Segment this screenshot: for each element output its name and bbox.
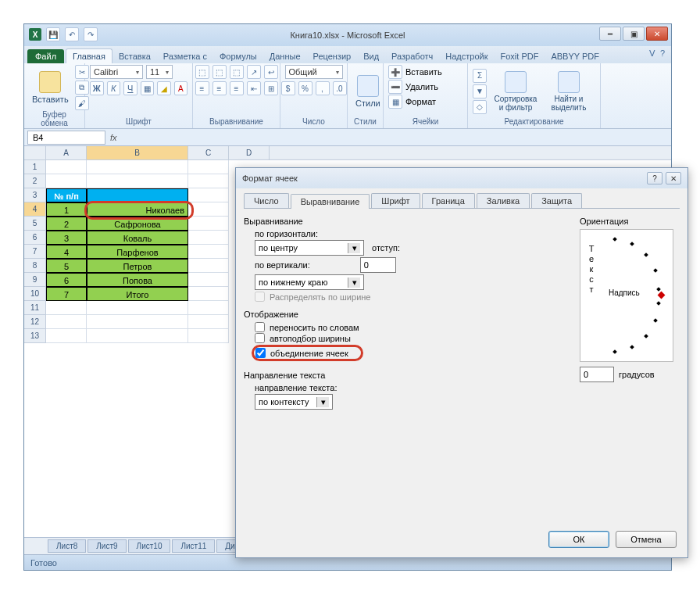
cell[interactable]: 5 — [46, 259, 87, 273]
cell[interactable]: Итого — [87, 287, 188, 301]
cells-insert-button[interactable]: ➕Вставить — [388, 65, 462, 79]
font-size-combo[interactable]: 11▾ — [146, 65, 173, 79]
cell-header-b[interactable] — [87, 188, 188, 202]
close-button[interactable]: ✕ — [646, 27, 668, 41]
sort-filter-button[interactable]: Сортировка и фильтр — [490, 70, 541, 113]
cell[interactable] — [188, 273, 229, 287]
inc-dec-icon[interactable]: .0 — [333, 81, 347, 95]
cell[interactable]: 4 — [46, 245, 87, 259]
sheet-tab[interactable]: Лист8 — [48, 539, 86, 553]
cell[interactable] — [188, 160, 229, 174]
redo-icon[interactable]: ↷ — [84, 27, 98, 41]
col-header-b[interactable]: B — [87, 146, 188, 159]
cell[interactable] — [87, 329, 188, 343]
align-bottom-icon[interactable]: ⬚ — [230, 65, 244, 79]
cell[interactable] — [46, 301, 87, 315]
paste-button[interactable]: Вставить — [29, 70, 72, 106]
cell[interactable]: Коваль — [87, 231, 188, 245]
align-middle-icon[interactable]: ⬚ — [212, 65, 227, 79]
cell[interactable] — [188, 174, 229, 188]
orientation-icon[interactable]: ↗ — [247, 65, 261, 79]
name-box[interactable]: B4 — [27, 131, 105, 145]
row-header[interactable]: 13 — [24, 329, 46, 343]
indent-spinner[interactable]: 0 — [360, 257, 396, 273]
cell[interactable]: 1 — [46, 202, 87, 217]
row-header[interactable]: 9 — [24, 273, 46, 287]
tab-foxit[interactable]: Foxit PDF — [495, 49, 545, 63]
wrap-text-checkbox[interactable] — [255, 322, 265, 332]
row-header[interactable]: 5 — [24, 217, 46, 231]
tab-addins[interactable]: Надстройк — [439, 49, 494, 63]
fx-icon[interactable]: fx — [110, 133, 117, 142]
tab-insert[interactable]: Вставка — [112, 49, 157, 63]
cell[interactable] — [87, 174, 188, 188]
tab-home[interactable]: Главная — [66, 48, 112, 63]
cancel-button[interactable]: Отмена — [616, 531, 677, 548]
cell[interactable] — [87, 315, 188, 329]
cell[interactable]: 3 — [46, 231, 87, 245]
row-header[interactable]: 4 — [24, 202, 46, 217]
dlg-tab-fill[interactable]: Заливка — [477, 193, 530, 208]
cell[interactable] — [188, 329, 229, 343]
align-left-icon[interactable]: ≡ — [195, 81, 209, 95]
sheet-tab[interactable]: Лист9 — [88, 539, 126, 553]
cell[interactable] — [87, 160, 188, 174]
tab-file[interactable]: Файл — [27, 49, 64, 63]
cell[interactable]: 6 — [46, 273, 87, 287]
border-icon[interactable]: ▦ — [141, 81, 155, 95]
decrease-indent-icon[interactable]: ⇤ — [247, 81, 261, 95]
row-header[interactable]: 11 — [24, 301, 46, 315]
currency-icon[interactable]: $ — [281, 81, 295, 95]
italic-icon[interactable]: К — [107, 81, 121, 95]
tab-data[interactable]: Данные — [263, 49, 307, 63]
fill-color-icon[interactable]: ◢ — [157, 81, 171, 95]
number-format-combo[interactable]: Общий▾ — [285, 65, 343, 79]
cell[interactable]: Сафронова — [87, 217, 188, 231]
col-header-c[interactable]: C — [188, 146, 229, 159]
dlg-tab-font[interactable]: Шрифт — [371, 193, 420, 208]
ok-button[interactable]: ОК — [548, 531, 609, 548]
shrink-to-fit-checkbox[interactable] — [255, 333, 265, 343]
find-select-button[interactable]: Найти и выделить — [545, 70, 593, 113]
bold-icon[interactable]: Ж — [90, 81, 104, 95]
minimize-ribbon-icon[interactable]: ᐯ — [649, 48, 655, 59]
cell[interactable]: Попова — [87, 273, 188, 287]
cell-header-a[interactable]: № п/п — [46, 188, 87, 202]
orientation-control[interactable]: Текст Надпись — [580, 229, 673, 362]
cell[interactable] — [46, 329, 87, 343]
maximize-button[interactable]: ▣ — [623, 27, 645, 41]
orientation-handle-icon[interactable] — [658, 292, 666, 299]
row-header[interactable]: 6 — [24, 231, 46, 245]
merge-icon[interactable]: ⊞ — [264, 81, 278, 95]
styles-button[interactable]: Стили — [352, 73, 384, 109]
align-right-icon[interactable]: ≡ — [230, 81, 244, 95]
cell[interactable] — [188, 188, 229, 202]
sheet-tab[interactable]: Лист10 — [128, 539, 171, 553]
cell[interactable] — [188, 287, 229, 301]
merge-cells-checkbox[interactable] — [255, 348, 266, 358]
cell[interactable] — [188, 301, 229, 315]
autosum-icon[interactable]: Σ — [473, 69, 487, 83]
cell-selected[interactable]: Николаев — [87, 202, 188, 217]
fill-icon[interactable]: ▼ — [473, 84, 487, 98]
wrap-text-icon[interactable]: ↩ — [264, 65, 278, 79]
underline-icon[interactable]: Ч — [123, 81, 138, 95]
cells-format-button[interactable]: ▦Формат — [388, 95, 462, 109]
tab-formulas[interactable]: Формулы — [213, 49, 263, 63]
vertical-align-combo[interactable]: по нижнему краю▾ — [255, 274, 364, 290]
dialog-help-icon[interactable]: ? — [647, 172, 662, 184]
percent-icon[interactable]: % — [298, 81, 312, 95]
tab-view[interactable]: Вид — [357, 49, 385, 63]
cell[interactable] — [188, 259, 229, 273]
dlg-tab-protection[interactable]: Защита — [531, 193, 582, 208]
sheet-tab[interactable]: Лист11 — [172, 539, 215, 553]
cell[interactable] — [188, 202, 229, 217]
tab-developer[interactable]: Разработч — [385, 49, 439, 63]
cells-delete-button[interactable]: ➖Удалить — [388, 80, 462, 94]
tab-review[interactable]: Рецензир — [307, 49, 358, 63]
row-header[interactable]: 12 — [24, 315, 46, 329]
col-header-d[interactable]: D — [229, 146, 270, 159]
minimize-button[interactable]: ━ — [599, 27, 621, 41]
align-center-icon[interactable]: ≡ — [212, 81, 227, 95]
row-header[interactable]: 7 — [24, 245, 46, 259]
